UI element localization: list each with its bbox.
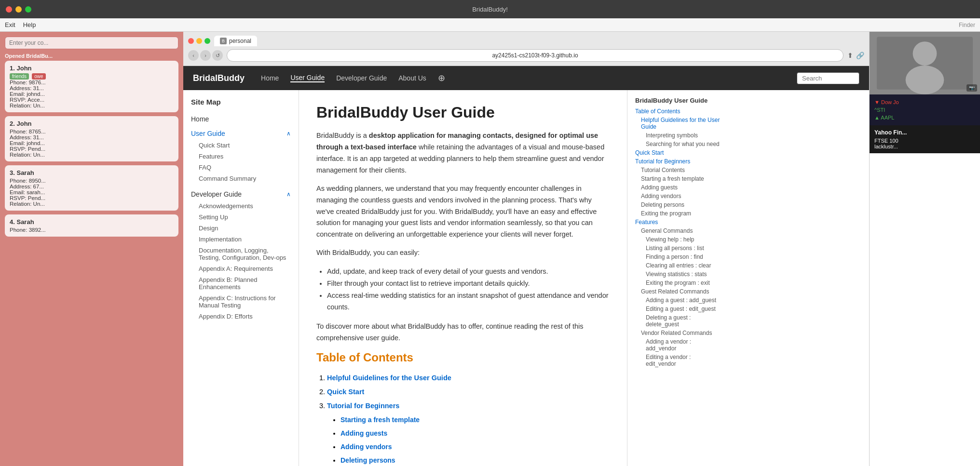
contact-relation-2: Relation: Un... [10, 152, 174, 158]
refresh-button[interactable]: ↺ [212, 50, 223, 61]
right-toc-add-guest[interactable]: Adding a guest : add_guest [635, 296, 721, 305]
browser-tab[interactable]: B personal [214, 36, 257, 46]
sidebar-sub-acknowledgements[interactable]: Acknowledgements [191, 200, 291, 212]
toc-item-1: Helpful Guidelines for the User Guide [327, 371, 610, 385]
right-toc-viewing-help[interactable]: Viewing help : help [635, 235, 721, 244]
right-toc-vendor-commands[interactable]: Vendor Related Commands [635, 329, 721, 337]
right-toc-quick-start[interactable]: Quick Start [635, 148, 721, 157]
right-toc-deleting-persons[interactable]: Deleting persons [635, 200, 721, 209]
sidebar-sub-design[interactable]: Design [191, 223, 291, 234]
toc-sub-list: Starting a fresh template Adding guests … [327, 413, 610, 466]
contact-address-3: Address: 67... [10, 184, 174, 189]
sidebar-item-devguide[interactable]: Developer Guide ∧ [191, 188, 291, 200]
sidebar-sub-quickstart[interactable]: Quick Start [191, 140, 291, 151]
menu-help[interactable]: Help [23, 21, 36, 28]
bullet-3: Access real-time wedding statistics for … [327, 290, 610, 313]
right-toc-add-vendor[interactable]: Adding a vendor : add_vendor [635, 337, 721, 353]
sidebar-sub-doclogging[interactable]: Documentation, Logging, Testing, Configu… [191, 245, 291, 263]
share-icon[interactable]: ⬆ [847, 52, 853, 59]
toc-link-2[interactable]: Quick Start [327, 388, 364, 396]
nav-userguide[interactable]: User Guide [290, 74, 325, 82]
sidebar-sub-features[interactable]: Features [191, 151, 291, 162]
url-nav-buttons: ‹ › ↺ [188, 50, 223, 61]
chevron-icon-devguide: ∧ [286, 191, 291, 198]
right-toc-guest-commands[interactable]: Guest Related Commands [635, 287, 721, 296]
sidebar-sub-appendix-a[interactable]: Appendix A: Requirements [191, 263, 291, 274]
stock-panel: ▼ Dow Jo ^STI ▲ AAPL [870, 94, 980, 125]
sidebar-sub-cmdsummary[interactable]: Command Summary [191, 173, 291, 184]
sidebar-sub-settingup[interactable]: Setting Up [191, 212, 291, 223]
right-toc-starting-fresh[interactable]: Starting a fresh template [635, 174, 721, 183]
right-toc-edit-guest[interactable]: Editing a guest : edit_guest [635, 305, 721, 313]
right-toc-searching[interactable]: Searching for what you need [635, 140, 721, 148]
contact-card-4[interactable]: 4. Sarah Phone: 3892... [5, 214, 178, 237]
tab-minimize[interactable] [196, 38, 202, 44]
toc-sub-link-1[interactable]: Starting a fresh template [340, 416, 420, 424]
contact-card-1[interactable]: 1. John friends owe Phone: 9876... Addre… [5, 61, 178, 112]
forward-button[interactable]: › [200, 50, 211, 61]
browser-url-bar: ‹ › ↺ ⬆ 🔗 [188, 49, 864, 62]
right-toc-listing-all[interactable]: Listing all persons : list [635, 244, 721, 253]
menu-exit[interactable]: Exit [5, 21, 15, 28]
right-toc-interpreting[interactable]: Interpreting symbols [635, 131, 721, 140]
url-input[interactable] [227, 49, 844, 62]
right-toc-helpful-guidelines[interactable]: Helpful Guidelines for the User Guide [635, 116, 721, 131]
right-toc-finding-person[interactable]: Finding a person : find [635, 253, 721, 261]
tab-close[interactable] [188, 38, 194, 44]
right-toc-table-of-contents[interactable]: Table of Contents [635, 107, 721, 116]
right-panel: 📷 ▼ Dow Jo ^STI ▲ AAPL Yahoo Fin... FTSE… [869, 32, 980, 466]
nav-devguide[interactable]: Developer Guide [336, 74, 387, 82]
tab-label: personal [229, 38, 251, 44]
back-button[interactable]: ‹ [188, 50, 199, 61]
toc-link-1[interactable]: Helpful Guidelines for the User Guide [327, 374, 451, 382]
right-toc-general-commands[interactable]: General Commands [635, 226, 721, 235]
bookmark-icon[interactable]: 🔗 [856, 52, 864, 59]
right-toc-exiting-program[interactable]: Exiting the program [635, 209, 721, 218]
right-toc-clearing-all[interactable]: Clearing all entries : clear [635, 261, 721, 270]
sidebar-item-userguide[interactable]: User Guide ∧ [191, 127, 291, 140]
stock-item-aapl: ▲ AAPL [874, 114, 975, 121]
contact-card-2[interactable]: 2. John Phone: 8765... Address: 31... Em… [5, 116, 178, 161]
right-toc-edit-vendor[interactable]: Editing a vendor : edit_vendor [635, 353, 721, 368]
contact-tags-1: friends owe [10, 73, 174, 80]
svg-point-3 [906, 66, 944, 94]
sidebar-sub-implementation[interactable]: Implementation [191, 234, 291, 245]
yahoo-extra: lacklustr... [874, 144, 975, 149]
site-brand[interactable]: BridalBuddy [193, 73, 245, 83]
right-toc-exiting-exit[interactable]: Exiting the program : exit [635, 279, 721, 287]
sidebar-sub-appendix-d[interactable]: Appendix D: Efforts [191, 311, 291, 322]
toc-link-3[interactable]: Tutorial for Beginners [327, 402, 399, 410]
maximize-button[interactable] [25, 6, 31, 13]
nav-home[interactable]: Home [261, 74, 279, 82]
sidebar-sub-appendix-c[interactable]: Appendix C: Instructions for Manual Test… [191, 293, 291, 311]
contact-rsvp-1: RSVP: Acce... [10, 97, 174, 103]
right-toc-adding-guests[interactable]: Adding guests [635, 183, 721, 192]
nav-search-input[interactable] [797, 72, 859, 84]
github-icon[interactable]: ⊕ [438, 73, 445, 83]
video-feed: 📷 [870, 32, 980, 94]
right-toc-delete-guest[interactable]: Deleting a guest : delete_guest [635, 313, 721, 329]
contact-list-panel: Opened BridalBu... 1. John friends owe P… [0, 32, 183, 466]
nav-about[interactable]: About Us [398, 74, 426, 82]
contact-search-input[interactable] [5, 37, 178, 49]
sidebar-sub-faq[interactable]: FAQ [191, 162, 291, 173]
toc-sub-link-3[interactable]: Adding vendors [340, 443, 392, 451]
right-toc-tutorial-contents[interactable]: Tutorial Contents [635, 166, 721, 174]
browser-window: B personal ‹ › ↺ ⬆ 🔗 [183, 32, 869, 466]
right-toc-adding-vendors[interactable]: Adding vendors [635, 192, 721, 200]
tag-owe: owe [32, 73, 45, 80]
contact-name-4: 4. Sarah [10, 218, 174, 226]
site-sidebar: Site Map Home User Guide ∧ Quick Start F… [183, 90, 299, 466]
right-toc-viewing-stats[interactable]: Viewing statistics : stats [635, 270, 721, 279]
sidebar-item-home[interactable]: Home [191, 113, 291, 125]
right-toc-features[interactable]: Features [635, 218, 721, 226]
minimize-button[interactable] [15, 6, 22, 13]
stock-sti-label: ^STI [874, 107, 885, 113]
contact-card-3[interactable]: 3. Sarah Phone: 8950... Address: 67... E… [5, 165, 178, 211]
right-toc-tutorial[interactable]: Tutorial for Beginners [635, 157, 721, 166]
tab-maximize[interactable] [204, 38, 210, 44]
sidebar-sub-appendix-b[interactable]: Appendix B: Planned Enhancements [191, 274, 291, 293]
toc-sub-link-4[interactable]: Deleting persons [340, 456, 395, 464]
close-button[interactable] [6, 6, 12, 13]
toc-sub-link-2[interactable]: Adding guests [340, 429, 387, 437]
